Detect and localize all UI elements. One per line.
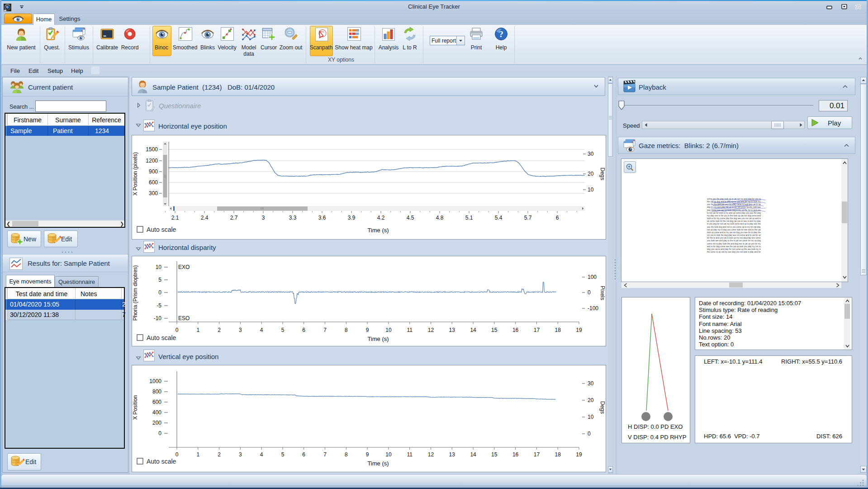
svg-text:11: 11	[407, 451, 413, 458]
svg-text:5.1: 5.1	[465, 215, 473, 221]
svg-text:14: 14	[470, 451, 476, 458]
svg-text:20: 20	[588, 397, 594, 403]
svg-text:14: 14	[470, 327, 476, 333]
svg-text:EXO: EXO	[178, 264, 190, 270]
svg-text:Degs: Degs	[599, 401, 606, 414]
svg-text:X Position: X Position	[132, 395, 138, 420]
svg-text:10: 10	[588, 414, 594, 420]
svg-text:4: 4	[260, 451, 263, 458]
svg-text:Time (s): Time (s)	[367, 460, 389, 467]
svg-text:-5: -5	[157, 302, 161, 309]
svg-text:3: 3	[262, 215, 265, 221]
svg-text:9: 9	[366, 451, 369, 458]
svg-text:X Position (pixels): X Position (pixels)	[132, 152, 138, 196]
svg-text:2.4: 2.4	[201, 215, 209, 221]
svg-text:0: 0	[158, 289, 161, 296]
svg-text:Time (s): Time (s)	[367, 336, 389, 342]
svg-text:18: 18	[555, 451, 561, 458]
svg-text:0: 0	[588, 289, 591, 296]
svg-text:5: 5	[281, 327, 285, 333]
svg-text:1: 1	[196, 327, 199, 333]
svg-text:100: 100	[588, 274, 597, 280]
svg-text:13: 13	[449, 451, 455, 458]
svg-text:Auto scale: Auto scale	[147, 226, 176, 233]
svg-text:6: 6	[302, 451, 305, 458]
svg-text:0: 0	[158, 430, 161, 436]
svg-text:200: 200	[152, 420, 161, 426]
svg-text:7: 7	[323, 451, 327, 458]
svg-text:1500: 1500	[146, 146, 158, 153]
svg-text:30: 30	[588, 151, 594, 157]
svg-text:8: 8	[345, 327, 348, 333]
svg-text:600: 600	[149, 179, 158, 186]
svg-text:5.4: 5.4	[495, 215, 503, 221]
svg-text:800: 800	[152, 388, 161, 395]
svg-text:0: 0	[175, 451, 179, 458]
svg-text:7: 7	[323, 327, 327, 333]
svg-text:12: 12	[428, 327, 434, 333]
svg-text:10: 10	[588, 187, 594, 193]
svg-text:5: 5	[158, 277, 161, 283]
svg-text:5.7: 5.7	[524, 215, 532, 221]
svg-text:-100: -100	[588, 305, 598, 312]
svg-text:4.2: 4.2	[377, 215, 385, 221]
svg-text:13: 13	[449, 327, 455, 333]
svg-text:600: 600	[152, 399, 161, 405]
svg-text:3: 3	[239, 451, 242, 458]
svg-text:300: 300	[149, 190, 158, 197]
svg-text:H DISP: 0.0 PD EXO: H DISP: 0.0 PD EXO	[628, 423, 683, 430]
svg-text:15: 15	[491, 327, 498, 333]
svg-text:16: 16	[512, 451, 519, 458]
svg-text:2.7: 2.7	[230, 215, 238, 221]
svg-text:10: 10	[385, 451, 392, 458]
svg-text:400: 400	[152, 409, 161, 416]
svg-text:6: 6	[302, 327, 305, 333]
svg-text:2: 2	[218, 451, 221, 458]
svg-text:3.6: 3.6	[318, 215, 326, 221]
svg-text:4.5: 4.5	[407, 215, 414, 221]
svg-text:1: 1	[196, 451, 199, 458]
svg-text:16: 16	[512, 327, 519, 333]
svg-text:2.1: 2.1	[171, 215, 179, 221]
svg-text:ESO: ESO	[178, 315, 190, 321]
svg-text:20: 20	[588, 171, 594, 177]
svg-text:4.8: 4.8	[436, 215, 444, 221]
svg-text:1000: 1000	[149, 378, 161, 384]
svg-text:15: 15	[491, 451, 498, 458]
svg-text:3: 3	[239, 327, 242, 333]
svg-text:?: ?	[499, 29, 503, 39]
svg-text:Auto scale: Auto scale	[147, 334, 176, 341]
svg-text:V DISP: 0.4 PD RHYP: V DISP: 0.4 PD RHYP	[628, 434, 686, 441]
svg-text:0: 0	[175, 327, 179, 333]
svg-text:30: 30	[588, 380, 594, 387]
svg-text:3.9: 3.9	[348, 215, 356, 221]
svg-text:10: 10	[385, 327, 392, 333]
svg-text:6: 6	[556, 215, 559, 221]
svg-text:17: 17	[534, 451, 540, 458]
svg-text:10: 10	[156, 264, 162, 270]
svg-text:3.3: 3.3	[289, 215, 297, 221]
svg-text:Phoria (Prism dioptres): Phoria (Prism dioptres)	[132, 265, 138, 321]
svg-text:12: 12	[428, 451, 434, 458]
svg-text:Auto scale: Auto scale	[147, 458, 176, 465]
svg-text:4: 4	[260, 327, 263, 333]
svg-text:17: 17	[534, 327, 540, 333]
svg-text:0: 0	[588, 431, 591, 437]
svg-text:8: 8	[345, 451, 348, 458]
svg-text:18: 18	[555, 327, 561, 333]
svg-text:Degs: Degs	[599, 168, 606, 180]
svg-text:5: 5	[281, 451, 285, 458]
svg-text:19: 19	[576, 451, 582, 458]
svg-text:11: 11	[407, 327, 413, 333]
svg-text:2: 2	[218, 327, 221, 333]
svg-text:9: 9	[366, 327, 369, 333]
svg-text:1200: 1200	[146, 158, 158, 164]
svg-text:900: 900	[149, 168, 158, 175]
svg-text:Time (s): Time (s)	[367, 227, 389, 234]
svg-text:19: 19	[576, 327, 582, 333]
svg-text:-10: -10	[154, 315, 162, 321]
svg-text:Pixels: Pixels	[599, 286, 606, 300]
